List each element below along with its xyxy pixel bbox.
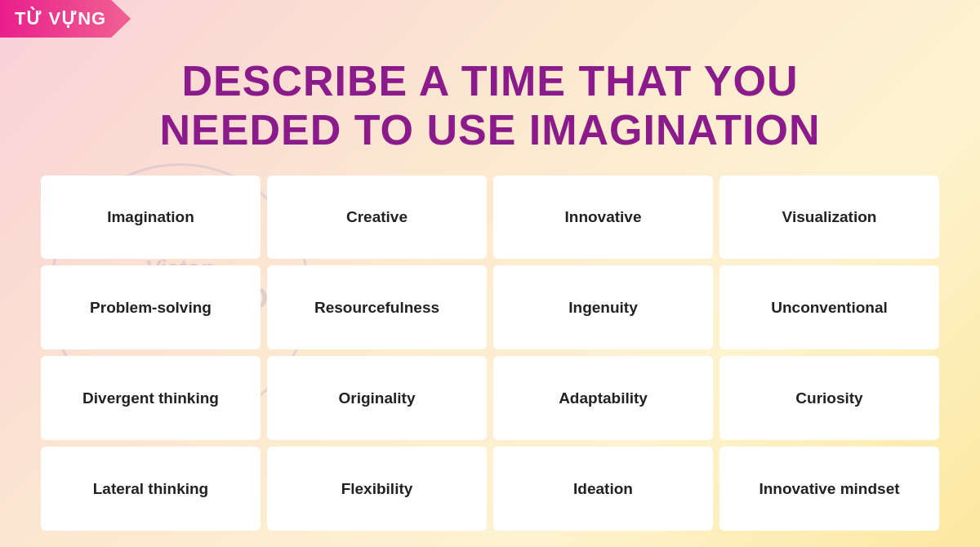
- title-line1: DESCRIBE A TIME THAT YOU: [160, 57, 821, 106]
- vocab-cell: Ideation: [493, 447, 713, 531]
- vocab-cell: Visualization: [719, 176, 939, 260]
- vocab-cell: Problem-solving: [41, 265, 261, 349]
- badge: TỪ VỰNG: [0, 0, 131, 38]
- page-title: DESCRIBE A TIME THAT YOU NEEDED TO USE I…: [160, 57, 821, 155]
- page-background: TỪ VỰNG Vietop IELTS VIETOP Học là phải …: [0, 0, 980, 547]
- vocab-cell: Flexibility: [267, 447, 487, 531]
- vocab-cell: Originality: [267, 356, 487, 440]
- vocab-cell: Ingenuity: [493, 265, 713, 349]
- vocab-cell: Lateral thinking: [41, 447, 261, 531]
- vocab-cell: Resourcefulness: [267, 265, 487, 349]
- title-line2: NEEDED TO USE IMAGINATION: [160, 106, 821, 155]
- vocab-cell: Innovative: [493, 176, 713, 260]
- vocab-cell: Innovative mindset: [719, 447, 939, 531]
- vocab-cell: Adaptability: [493, 356, 713, 440]
- vocab-cell: Divergent thinking: [41, 356, 261, 440]
- badge-text: TỪ VỰNG: [0, 0, 131, 38]
- vocab-cell: Creative: [267, 176, 487, 260]
- vocab-cell: Imagination: [41, 176, 261, 260]
- vocab-cell: Unconventional: [719, 265, 939, 349]
- vocab-cell: Curiosity: [719, 356, 939, 440]
- vocab-grid: ImaginationCreativeInnovativeVisualizati…: [41, 176, 939, 531]
